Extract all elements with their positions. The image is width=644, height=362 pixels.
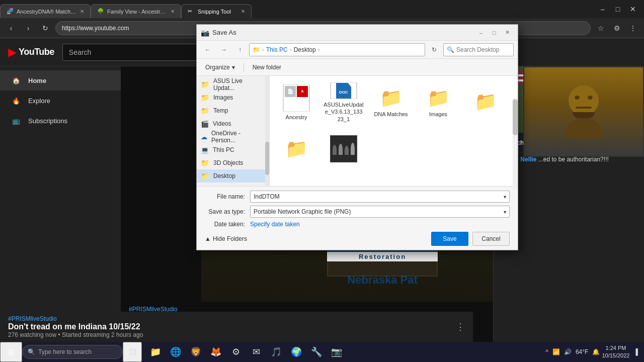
filename-input[interactable]: IndDTOM ▾ (250, 191, 510, 203)
taskbar-app-icons: 📁 🌐 🦁 🦊 ⚙ ✉ 🎵 🌍 🔧 📷 (146, 342, 346, 362)
extra1-folder-icon: 📁 (474, 91, 497, 112)
chevron-icon[interactable]: ^ (545, 348, 548, 355)
folder-icon-3d: 📁 (201, 159, 209, 167)
file-grid: 📄 A Ancestry DOC AS (274, 80, 514, 172)
dialog-maximize[interactable]: □ (488, 26, 501, 39)
dialog-minimize[interactable]: – (474, 26, 488, 39)
taskbar-mail[interactable]: ✉ (247, 342, 266, 362)
search-icon: 🔍 (447, 46, 454, 53)
organize-button[interactable]: Organize ▾ (201, 61, 239, 73)
sub-icon: 📺 (12, 117, 20, 125)
dialog-right-pane[interactable]: 📄 A Ancestry DOC AS (270, 76, 518, 186)
dialog-content: 📁 ASUS Live Updat... 📁 Images 📁 Temp 🎬 V… (197, 76, 518, 186)
network-icon[interactable]: 📶 (552, 348, 560, 355)
vbb-tag[interactable]: #PRISMliveStudio (8, 315, 465, 322)
pane-item-3dobjects[interactable]: 📁 3D Objects (197, 156, 269, 169)
file-item-extra1[interactable]: 📁 (463, 80, 508, 125)
save-button[interactable]: Save (431, 232, 468, 246)
clock-time: 1:24 PM (602, 344, 629, 352)
tab-snipping[interactable]: ✂ Snipping Tool ✕ (181, 4, 252, 18)
pane-item-onedrive[interactable]: ☁ OneDrive - Person... (197, 130, 269, 143)
sound-icon[interactable]: 🔊 (564, 348, 572, 355)
refresh-button[interactable]: ↻ (38, 21, 52, 35)
filename-dropdown-arrow[interactable]: ▾ (504, 194, 506, 200)
file-item-asus[interactable]: DOC ASUSLiveUpdate_V3.6.13_13323_1 (321, 80, 366, 125)
dialog-forward-btn[interactable]: → (217, 43, 231, 56)
extensions-button[interactable]: ⚙ (610, 21, 624, 35)
breadcrumb-thispc[interactable]: This PC (266, 46, 288, 53)
file-item-dna[interactable]: 📁 DNA Matches (368, 80, 414, 125)
taskbar-settings[interactable]: ⚙ (226, 342, 246, 362)
file-item-extra2[interactable]: 📁 (274, 127, 319, 172)
sign-restoration: Restoration (327, 252, 438, 261)
taskbar-firefox[interactable]: 🦊 (206, 342, 225, 362)
tab-close-snipping[interactable]: ✕ (241, 9, 245, 14)
task-view-button[interactable]: ⊡ (123, 342, 142, 362)
filetype-input[interactable]: Portable Network Graphic file (PNG) ▾ (250, 206, 510, 218)
tab-familyview[interactable]: 🌳 Family View - Ancestry.com ✕ (91, 4, 181, 18)
cancel-button[interactable]: Cancel (472, 232, 510, 246)
date-link[interactable]: Specify date taken (250, 221, 300, 228)
battery-temp: 64°F (576, 348, 588, 355)
dialog-up-btn[interactable]: ↑ (233, 43, 247, 56)
tab-close-ancestry[interactable]: ✕ (80, 9, 84, 14)
filetype-dropdown-arrow[interactable]: ▾ (504, 209, 506, 215)
back-button[interactable]: ‹ (4, 21, 18, 35)
bookmark-button[interactable]: ☆ (594, 21, 608, 35)
dialog-refresh-btn[interactable]: ↻ (427, 43, 441, 56)
file-item-ancestry[interactable]: 📄 A Ancestry (274, 80, 319, 125)
pane-item-desktop[interactable]: 📁 Desktop (197, 169, 269, 183)
explore-label: Explore (28, 97, 50, 105)
sidebar-item-subscriptions[interactable]: 📺 Subscriptions (0, 111, 121, 131)
notification-icon[interactable]: 🔔 (592, 348, 600, 355)
dialog-back-btn[interactable]: ← (201, 43, 215, 56)
folder-icon-desktop: 📁 (201, 172, 209, 180)
taskbar-search-bar[interactable]: 🔍 Type here to search (22, 345, 123, 359)
dialog-close[interactable]: ✕ (501, 26, 514, 39)
left-pane-scrollbar-thumb[interactable] (265, 142, 269, 175)
taskbar-file-explorer[interactable]: 📁 (146, 342, 165, 362)
explore-icon: 🔥 (12, 97, 20, 105)
close-browser[interactable]: ✕ (626, 2, 640, 16)
taskbar-spotify[interactable]: 🎵 (267, 342, 286, 362)
onedrive-icon: ☁ (201, 133, 207, 141)
pane-item-thispc[interactable]: 💻 This PC (197, 143, 269, 156)
start-button[interactable]: ⊞ (0, 342, 22, 362)
dialog-left-pane: 📁 ASUS Live Updat... 📁 Images 📁 Temp 🎬 V… (197, 76, 270, 186)
taskbar-app8[interactable]: 🔧 (307, 342, 326, 362)
hide-folders-button[interactable]: ▲ Hide Folders (205, 235, 247, 242)
tab-close-family[interactable]: ✕ (171, 9, 175, 14)
taskbar-app7[interactable]: 🌍 (287, 342, 306, 362)
right-pane-scrollbar[interactable] (513, 99, 518, 186)
file-item-images[interactable]: 📁 Images (416, 80, 461, 125)
maximize-browser[interactable]: □ (611, 2, 625, 16)
dialog-search-bar[interactable]: 🔍 (443, 43, 514, 56)
minimize-browser[interactable]: – (596, 2, 610, 16)
new-folder-label: New folder (253, 64, 281, 71)
forward-button[interactable]: › (21, 21, 35, 35)
home-icon: 🏠 (12, 77, 20, 84)
taskbar-clock[interactable]: 1:24 PM 10/15/2022 (602, 344, 629, 360)
save-as-dialog: 📷 Save As – □ ✕ ← → ↑ 📁 › This PC › Desk… (196, 24, 518, 250)
pane-item-temp[interactable]: 📁 Temp (197, 104, 269, 117)
tab-ancestrydna[interactable]: 🧬 AncestryDNA® Matches Compare ✕ (0, 4, 91, 18)
taskbar-brave[interactable]: 🦁 (186, 342, 205, 362)
sidebar-item-home[interactable]: 🏠 Home (0, 70, 121, 90)
menu-button[interactable]: ⋮ (626, 21, 640, 35)
pane-item-asus[interactable]: 📁 ASUS Live Updat... (197, 78, 269, 91)
taskbar-app9[interactable]: 📷 (327, 342, 346, 362)
pane-item-videos[interactable]: 🎬 Videos (197, 117, 269, 130)
more-options-button[interactable]: ⋮ (456, 321, 465, 332)
images-folder-icon: 📁 (427, 87, 450, 109)
pane-item-images[interactable]: 📁 Images (197, 91, 269, 104)
taskbar-edge[interactable]: 🌐 (166, 342, 185, 362)
show-desktop-button[interactable]: ▐ (631, 348, 640, 355)
youtube-logo[interactable]: ▶ YouTube (8, 46, 54, 59)
file-item-queen[interactable] (321, 127, 366, 172)
date-label: Date taken: (205, 221, 250, 228)
taskbar: ⊞ 🔍 Type here to search ⊡ 📁 🌐 🦁 🦊 ⚙ ✉ 🎵 … (0, 342, 644, 362)
video-bottom-bar: #PRISMliveStudio Don't tread on me India… (0, 312, 473, 342)
new-folder-button[interactable]: New folder (248, 61, 286, 73)
sidebar-item-explore[interactable]: 🔥 Explore (0, 90, 121, 111)
dialog-search-input[interactable] (456, 46, 510, 53)
